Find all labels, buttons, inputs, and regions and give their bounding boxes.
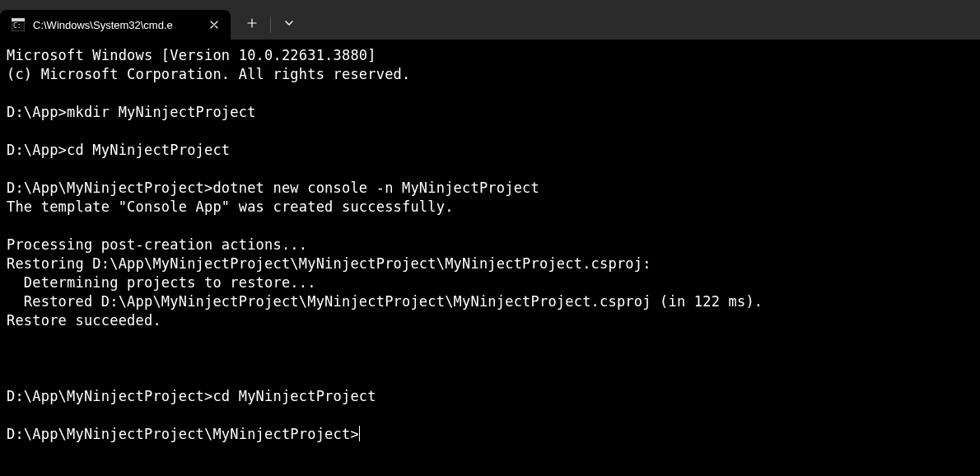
titlebar-actions [236,0,306,40]
new-tab-button[interactable] [236,8,268,38]
terminal-output[interactable]: Microsoft Windows [Version 10.0.22631.38… [0,40,980,450]
tab-cmd[interactable]: C: C:\Windows\System32\cmd.e [0,10,231,40]
svg-text:C:: C: [13,22,21,30]
cursor [359,426,360,441]
titlebar: C: C:\Windows\System32\cmd.e [0,0,980,40]
terminal-lines: Microsoft Windows [Version 10.0.22631.38… [7,47,763,404]
tab-close-button[interactable] [206,16,222,33]
tab-title: C:\Windows\System32\cmd.e [33,19,206,31]
terminal-prompt: D:\App\MyNinjectProject\MyNinjectProject… [7,426,359,442]
cmd-icon: C: [12,18,25,31]
divider [270,16,271,33]
tab-dropdown-button[interactable] [273,8,306,38]
svg-rect-1 [12,18,25,21]
